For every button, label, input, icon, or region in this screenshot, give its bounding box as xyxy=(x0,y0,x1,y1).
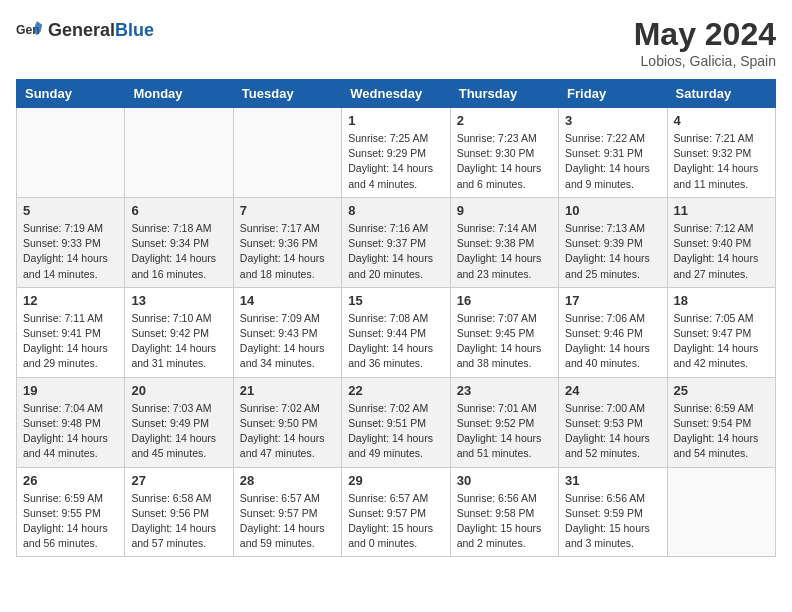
calendar-cell: 19Sunrise: 7:04 AMSunset: 9:48 PMDayligh… xyxy=(17,377,125,467)
day-info: Sunrise: 7:19 AMSunset: 9:33 PMDaylight:… xyxy=(23,221,118,282)
logo-blue: Blue xyxy=(115,20,154,40)
day-info: Sunrise: 7:14 AMSunset: 9:38 PMDaylight:… xyxy=(457,221,552,282)
day-number: 3 xyxy=(565,113,660,128)
calendar-week-row: 5Sunrise: 7:19 AMSunset: 9:33 PMDaylight… xyxy=(17,197,776,287)
day-number: 20 xyxy=(131,383,226,398)
calendar-cell: 5Sunrise: 7:19 AMSunset: 9:33 PMDaylight… xyxy=(17,197,125,287)
calendar-cell: 27Sunrise: 6:58 AMSunset: 9:56 PMDayligh… xyxy=(125,467,233,557)
day-number: 6 xyxy=(131,203,226,218)
calendar-cell xyxy=(667,467,775,557)
day-number: 18 xyxy=(674,293,769,308)
calendar-cell: 6Sunrise: 7:18 AMSunset: 9:34 PMDaylight… xyxy=(125,197,233,287)
column-header-thursday: Thursday xyxy=(450,80,558,108)
calendar-week-row: 1Sunrise: 7:25 AMSunset: 9:29 PMDaylight… xyxy=(17,108,776,198)
calendar-cell: 30Sunrise: 6:56 AMSunset: 9:58 PMDayligh… xyxy=(450,467,558,557)
day-number: 24 xyxy=(565,383,660,398)
location-label: Lobios, Galicia, Spain xyxy=(634,53,776,69)
calendar-week-row: 19Sunrise: 7:04 AMSunset: 9:48 PMDayligh… xyxy=(17,377,776,467)
day-number: 17 xyxy=(565,293,660,308)
logo-general: General xyxy=(48,20,115,40)
calendar-cell: 17Sunrise: 7:06 AMSunset: 9:46 PMDayligh… xyxy=(559,287,667,377)
day-info: Sunrise: 7:17 AMSunset: 9:36 PMDaylight:… xyxy=(240,221,335,282)
calendar-cell: 8Sunrise: 7:16 AMSunset: 9:37 PMDaylight… xyxy=(342,197,450,287)
calendar-cell xyxy=(17,108,125,198)
calendar-header-row: SundayMondayTuesdayWednesdayThursdayFrid… xyxy=(17,80,776,108)
calendar-week-row: 12Sunrise: 7:11 AMSunset: 9:41 PMDayligh… xyxy=(17,287,776,377)
page-title: May 2024 xyxy=(634,16,776,53)
day-number: 10 xyxy=(565,203,660,218)
column-header-friday: Friday xyxy=(559,80,667,108)
day-number: 28 xyxy=(240,473,335,488)
day-info: Sunrise: 7:02 AMSunset: 9:50 PMDaylight:… xyxy=(240,401,335,462)
day-number: 14 xyxy=(240,293,335,308)
day-info: Sunrise: 7:05 AMSunset: 9:47 PMDaylight:… xyxy=(674,311,769,372)
day-info: Sunrise: 6:59 AMSunset: 9:55 PMDaylight:… xyxy=(23,491,118,552)
day-info: Sunrise: 7:08 AMSunset: 9:44 PMDaylight:… xyxy=(348,311,443,372)
day-number: 29 xyxy=(348,473,443,488)
day-number: 11 xyxy=(674,203,769,218)
calendar-cell xyxy=(233,108,341,198)
day-number: 13 xyxy=(131,293,226,308)
calendar-cell: 31Sunrise: 6:56 AMSunset: 9:59 PMDayligh… xyxy=(559,467,667,557)
day-info: Sunrise: 6:57 AMSunset: 9:57 PMDaylight:… xyxy=(240,491,335,552)
calendar-cell: 28Sunrise: 6:57 AMSunset: 9:57 PMDayligh… xyxy=(233,467,341,557)
day-info: Sunrise: 7:09 AMSunset: 9:43 PMDaylight:… xyxy=(240,311,335,372)
day-number: 8 xyxy=(348,203,443,218)
calendar-week-row: 26Sunrise: 6:59 AMSunset: 9:55 PMDayligh… xyxy=(17,467,776,557)
title-block: May 2024 Lobios, Galicia, Spain xyxy=(634,16,776,69)
day-info: Sunrise: 6:56 AMSunset: 9:58 PMDaylight:… xyxy=(457,491,552,552)
calendar-cell: 14Sunrise: 7:09 AMSunset: 9:43 PMDayligh… xyxy=(233,287,341,377)
day-info: Sunrise: 7:13 AMSunset: 9:39 PMDaylight:… xyxy=(565,221,660,282)
day-info: Sunrise: 7:23 AMSunset: 9:30 PMDaylight:… xyxy=(457,131,552,192)
day-number: 19 xyxy=(23,383,118,398)
day-number: 23 xyxy=(457,383,552,398)
day-number: 26 xyxy=(23,473,118,488)
logo: Gen GeneralBlue xyxy=(16,16,154,44)
day-info: Sunrise: 7:16 AMSunset: 9:37 PMDaylight:… xyxy=(348,221,443,282)
day-number: 31 xyxy=(565,473,660,488)
day-info: Sunrise: 7:04 AMSunset: 9:48 PMDaylight:… xyxy=(23,401,118,462)
day-number: 2 xyxy=(457,113,552,128)
day-number: 5 xyxy=(23,203,118,218)
day-number: 7 xyxy=(240,203,335,218)
calendar-cell: 26Sunrise: 6:59 AMSunset: 9:55 PMDayligh… xyxy=(17,467,125,557)
day-number: 15 xyxy=(348,293,443,308)
day-number: 22 xyxy=(348,383,443,398)
calendar-cell: 9Sunrise: 7:14 AMSunset: 9:38 PMDaylight… xyxy=(450,197,558,287)
column-header-tuesday: Tuesday xyxy=(233,80,341,108)
calendar-cell: 4Sunrise: 7:21 AMSunset: 9:32 PMDaylight… xyxy=(667,108,775,198)
calendar-cell: 3Sunrise: 7:22 AMSunset: 9:31 PMDaylight… xyxy=(559,108,667,198)
day-info: Sunrise: 7:02 AMSunset: 9:51 PMDaylight:… xyxy=(348,401,443,462)
day-info: Sunrise: 6:59 AMSunset: 9:54 PMDaylight:… xyxy=(674,401,769,462)
day-info: Sunrise: 7:22 AMSunset: 9:31 PMDaylight:… xyxy=(565,131,660,192)
day-info: Sunrise: 7:25 AMSunset: 9:29 PMDaylight:… xyxy=(348,131,443,192)
day-info: Sunrise: 7:18 AMSunset: 9:34 PMDaylight:… xyxy=(131,221,226,282)
column-header-saturday: Saturday xyxy=(667,80,775,108)
day-info: Sunrise: 7:03 AMSunset: 9:49 PMDaylight:… xyxy=(131,401,226,462)
calendar-cell xyxy=(125,108,233,198)
day-info: Sunrise: 7:12 AMSunset: 9:40 PMDaylight:… xyxy=(674,221,769,282)
day-number: 4 xyxy=(674,113,769,128)
calendar-cell: 11Sunrise: 7:12 AMSunset: 9:40 PMDayligh… xyxy=(667,197,775,287)
calendar-cell: 10Sunrise: 7:13 AMSunset: 9:39 PMDayligh… xyxy=(559,197,667,287)
calendar-cell: 20Sunrise: 7:03 AMSunset: 9:49 PMDayligh… xyxy=(125,377,233,467)
day-number: 9 xyxy=(457,203,552,218)
day-info: Sunrise: 6:58 AMSunset: 9:56 PMDaylight:… xyxy=(131,491,226,552)
day-info: Sunrise: 7:07 AMSunset: 9:45 PMDaylight:… xyxy=(457,311,552,372)
calendar-cell: 25Sunrise: 6:59 AMSunset: 9:54 PMDayligh… xyxy=(667,377,775,467)
day-info: Sunrise: 7:01 AMSunset: 9:52 PMDaylight:… xyxy=(457,401,552,462)
column-header-wednesday: Wednesday xyxy=(342,80,450,108)
day-info: Sunrise: 7:21 AMSunset: 9:32 PMDaylight:… xyxy=(674,131,769,192)
calendar-cell: 16Sunrise: 7:07 AMSunset: 9:45 PMDayligh… xyxy=(450,287,558,377)
day-info: Sunrise: 7:10 AMSunset: 9:42 PMDaylight:… xyxy=(131,311,226,372)
calendar-cell: 21Sunrise: 7:02 AMSunset: 9:50 PMDayligh… xyxy=(233,377,341,467)
day-number: 1 xyxy=(348,113,443,128)
day-number: 25 xyxy=(674,383,769,398)
calendar-cell: 2Sunrise: 7:23 AMSunset: 9:30 PMDaylight… xyxy=(450,108,558,198)
page-header: Gen GeneralBlue May 2024 Lobios, Galicia… xyxy=(16,16,776,69)
logo-icon: Gen xyxy=(16,16,44,44)
day-info: Sunrise: 7:11 AMSunset: 9:41 PMDaylight:… xyxy=(23,311,118,372)
calendar-cell: 1Sunrise: 7:25 AMSunset: 9:29 PMDaylight… xyxy=(342,108,450,198)
calendar-cell: 12Sunrise: 7:11 AMSunset: 9:41 PMDayligh… xyxy=(17,287,125,377)
calendar-table: SundayMondayTuesdayWednesdayThursdayFrid… xyxy=(16,79,776,557)
